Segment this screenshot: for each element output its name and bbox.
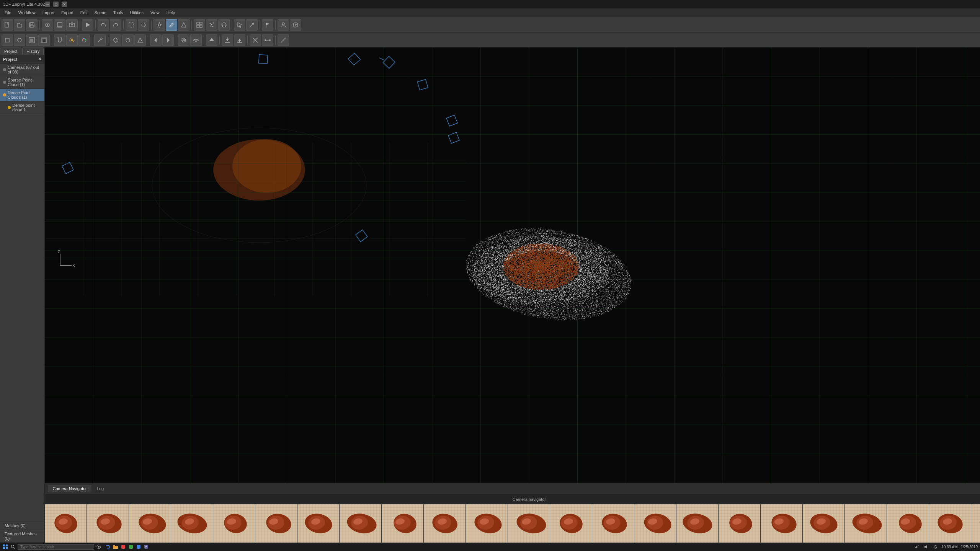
project-dense-cloud-1[interactable]: Dense point cloud 1 [0, 101, 44, 114]
camera-strip[interactable] [45, 504, 980, 543]
arrow-right-btn[interactable] [162, 34, 174, 46]
project-textured-meshes[interactable]: Textured Meshes (0) [0, 530, 44, 543]
camera-thumb-5[interactable] [213, 504, 255, 543]
maximize-button[interactable]: □ [53, 2, 59, 7]
minimize-button[interactable]: ─ [45, 2, 50, 7]
select-all-btn[interactable] [26, 34, 38, 46]
palette-btn[interactable] [78, 34, 90, 46]
arrow-left-btn[interactable] [150, 34, 162, 46]
grid-btn[interactable] [194, 19, 205, 31]
open-button[interactable] [14, 19, 25, 31]
new-button[interactable] [2, 19, 13, 31]
camera-thumb-22[interactable] [929, 504, 971, 543]
menu-workflow[interactable]: Workflow [15, 10, 39, 16]
project-meshes[interactable]: Meshes (0) [0, 522, 44, 530]
tab-history[interactable]: History [22, 47, 44, 55]
select-box-btn[interactable] [126, 19, 137, 31]
light-btn[interactable] [154, 19, 165, 31]
lasso-btn[interactable] [14, 34, 25, 46]
camera-thumb-6[interactable] [255, 504, 297, 543]
camera-thumb-1[interactable] [45, 504, 87, 543]
camera-btn[interactable] [66, 19, 78, 31]
menu-file[interactable]: File [2, 10, 15, 16]
taskbar-app3[interactable] [120, 544, 126, 550]
menu-import[interactable]: Import [39, 10, 57, 16]
menu-tools[interactable]: Tools [110, 10, 126, 16]
taskbar-search-input[interactable] [18, 544, 94, 550]
project-sparse[interactable]: Sparse Point Cloud (1) [0, 76, 44, 89]
arrow-up-btn[interactable] [206, 34, 217, 46]
camera-thumb-7[interactable] [297, 504, 340, 543]
close-button[interactable]: ✕ [62, 2, 67, 7]
select-circle-btn[interactable] [138, 19, 149, 31]
line-btn[interactable] [262, 34, 273, 46]
measure-btn[interactable] [278, 34, 289, 46]
camera-thumb-4[interactable] [171, 504, 213, 543]
menu-edit[interactable]: Edit [77, 10, 91, 16]
taskbar-app4[interactable] [128, 544, 134, 550]
eye-btn[interactable] [190, 34, 202, 46]
camera-thumb-15[interactable] [634, 504, 676, 543]
camera-thumb-3[interactable] [129, 504, 171, 543]
notification-icon[interactable] [932, 544, 938, 550]
workflow-btn[interactable] [42, 19, 53, 31]
camera-thumb-12[interactable] [508, 504, 550, 543]
camera-thumb-11[interactable] [466, 504, 508, 543]
camera-thumb-13[interactable] [550, 504, 592, 543]
menu-utilities[interactable]: Utilities [127, 10, 147, 16]
run-btn[interactable] [82, 19, 93, 31]
sun-btn[interactable] [66, 34, 78, 46]
camera-thumb-19[interactable] [803, 504, 845, 543]
camera-thumb-18[interactable] [761, 504, 803, 543]
help-btn[interactable]: ? [290, 19, 301, 31]
camera-thumb-21[interactable] [887, 504, 929, 543]
taskbar-edge[interactable] [105, 544, 111, 550]
tab-project[interactable]: Project [0, 47, 21, 55]
taskbar-explorer[interactable] [113, 544, 119, 550]
undo-btn[interactable] [98, 19, 109, 31]
avatar-btn[interactable] [278, 19, 289, 31]
cross-btn[interactable] [250, 34, 261, 46]
taskbar-zephyr[interactable]: Z [143, 544, 149, 550]
box-select-btn[interactable] [2, 34, 13, 46]
camera-thumb-8[interactable] [340, 504, 382, 543]
download-btn[interactable] [222, 34, 233, 46]
menu-scene[interactable]: Scene [91, 10, 109, 16]
start-icon[interactable] [2, 544, 8, 550]
magnet-btn[interactable] [54, 34, 65, 46]
project-dense-clouds[interactable]: Dense Point Clouds (1) [0, 89, 44, 101]
camera-thumb-16[interactable] [676, 504, 719, 543]
sphere2-btn[interactable] [122, 34, 134, 46]
camera-thumb-2[interactable] [87, 504, 129, 543]
close-panel-icon[interactable]: ✕ [38, 57, 41, 62]
cortana-icon[interactable] [96, 544, 102, 550]
redo-btn[interactable] [110, 19, 121, 31]
poly-btn[interactable] [134, 34, 146, 46]
camera-thumb-10[interactable] [424, 504, 466, 543]
viewport[interactable]: Z X [45, 47, 980, 483]
camera-thumb-17[interactable] [719, 504, 761, 543]
mesh-btn[interactable] [110, 34, 121, 46]
invert-btn[interactable] [38, 34, 50, 46]
project-cameras[interactable]: Cameras (67 out of 98) [0, 64, 44, 76]
menu-view[interactable]: View [147, 10, 163, 16]
camera-thumb-23[interactable] [971, 504, 980, 543]
save-button[interactable] [26, 19, 38, 31]
tab-log[interactable]: Log [92, 485, 108, 492]
triangle-btn[interactable] [178, 19, 189, 31]
camera-thumb-14[interactable] [592, 504, 634, 543]
flag-btn[interactable] [262, 19, 273, 31]
taskbar-app5[interactable] [136, 544, 142, 550]
scatter-btn[interactable] [206, 19, 217, 31]
menu-export[interactable]: Export [58, 10, 77, 16]
camera-thumb-20[interactable] [845, 504, 887, 543]
cursor-btn[interactable] [234, 19, 245, 31]
menu-help[interactable]: Help [163, 10, 178, 16]
camera-thumb-9[interactable] [382, 504, 424, 543]
network-icon[interactable] [914, 544, 920, 550]
brush-btn[interactable] [94, 34, 106, 46]
upload-btn[interactable] [234, 34, 245, 46]
import-btn[interactable] [54, 19, 65, 31]
pencil-btn[interactable] [166, 19, 177, 31]
ring-btn[interactable] [178, 34, 189, 46]
